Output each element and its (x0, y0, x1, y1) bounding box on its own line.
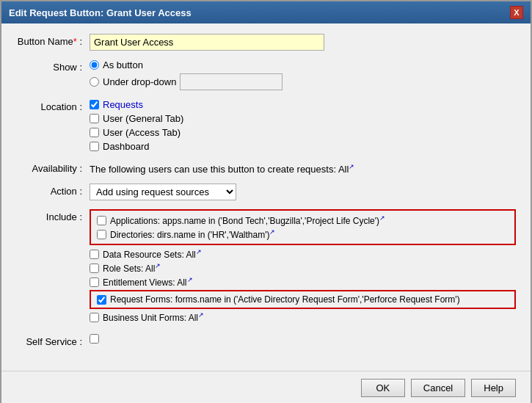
button-name-input-area (90, 34, 516, 51)
location-dashboard-checkbox[interactable] (90, 142, 99, 151)
location-label: Location : (16, 99, 90, 112)
location-dashboard-row: Dashboard (90, 141, 516, 152)
include-directories-row: Directories: dirs.name in ('HR','Waltham… (97, 228, 509, 240)
location-general-tab-checkbox[interactable] (90, 114, 99, 123)
include-role-sets-row: Role Sets: All↗ (90, 262, 516, 274)
show-as-button-radio[interactable] (90, 60, 99, 70)
location-requests-checkbox[interactable] (90, 100, 99, 109)
include-request-forms-checkbox[interactable] (97, 295, 106, 305)
include-applications-row: Applications: apps.name in ('Bond Tech',… (97, 214, 509, 226)
include-entitlement-views-checkbox[interactable] (90, 277, 99, 287)
show-under-dropdown-label: Under drop-down (103, 76, 176, 87)
show-under-dropdown-radio[interactable] (90, 77, 99, 87)
help-button[interactable]: Help (471, 379, 516, 397)
applications-link-icon[interactable]: ↗ (379, 214, 385, 222)
include-directories-label: Directories: dirs.name in ('HR','Waltham… (110, 228, 275, 240)
availability-row: Availability : The following users can u… (16, 161, 516, 175)
edit-request-button-dialog: Edit Request Button: Grant User Access X… (0, 0, 532, 403)
action-label: Action : (16, 184, 90, 197)
self-service-row: Self Service : (16, 334, 516, 347)
include-directories-checkbox[interactable] (97, 230, 106, 239)
include-entitlement-views-row: Entitlement Views: All↗ (90, 276, 516, 288)
location-general-tab-label: User (General Tab) (103, 113, 183, 124)
self-service-control-area (90, 334, 516, 346)
include-request-forms-label: Request Forms: forms.name in ('Active Di… (110, 294, 460, 305)
dialog-titlebar: Edit Request Button: Grant User Access X (1, 1, 531, 23)
location-access-tab-label: User (Access Tab) (103, 127, 181, 138)
action-control-area: Add using request sources (90, 184, 516, 200)
include-business-unit-checkbox[interactable] (90, 313, 99, 322)
location-general-tab-row: User (General Tab) (90, 113, 516, 124)
include-row: Include : Applications: apps.name in ('B… (16, 209, 516, 325)
show-radio-group: As button Under drop-down (90, 59, 516, 90)
button-name-label: Button Name* : (16, 34, 90, 47)
self-service-label: Self Service : (16, 334, 90, 347)
include-control-area: Applications: apps.name in ('Bond Tech',… (90, 209, 516, 325)
include-entitlement-views-label: Entitlement Views: All↗ (103, 276, 193, 288)
dialog-title: Edit Request Button: Grant User Access (9, 7, 192, 18)
location-access-tab-row: User (Access Tab) (90, 127, 516, 138)
show-row: Show : As button Under drop-down (16, 59, 516, 90)
include-business-unit-label: Business Unit Forms: All↗ (103, 311, 204, 323)
location-access-tab-checkbox[interactable] (90, 128, 99, 137)
location-dashboard-label: Dashboard (103, 141, 150, 152)
availability-link-icon[interactable]: ↗ (349, 163, 354, 170)
include-applications-label: Applications: apps.name in ('Bond Tech',… (110, 214, 385, 226)
location-requests-label: Requests (103, 99, 143, 110)
business-unit-link-icon[interactable]: ↗ (198, 311, 204, 319)
location-row: Location : Requests User (General Tab) U… (16, 99, 516, 152)
role-sets-link-icon[interactable]: ↗ (155, 262, 161, 269)
include-request-forms-section: Request Forms: forms.name in ('Active Di… (90, 290, 516, 309)
include-role-sets-checkbox[interactable] (90, 264, 99, 273)
show-as-button-row: As button (90, 59, 516, 70)
include-role-sets-label: Role Sets: All↗ (103, 262, 161, 274)
ok-button[interactable]: OK (361, 379, 405, 397)
show-as-button-label: As button (103, 59, 143, 70)
include-business-unit-row: Business Unit Forms: All↗ (90, 311, 516, 323)
entitlement-views-link-icon[interactable]: ↗ (187, 276, 193, 283)
include-data-resource-row: Data Resource Sets: All↗ (90, 248, 516, 260)
include-data-resource-checkbox[interactable] (90, 250, 99, 259)
availability-label: Availability : (16, 161, 90, 174)
show-control-area: As button Under drop-down (90, 59, 516, 90)
show-under-dropdown-row: Under drop-down (90, 73, 516, 90)
action-select[interactable]: Add using request sources (90, 184, 236, 200)
button-name-input[interactable] (90, 34, 324, 51)
dropdown-label-input[interactable] (180, 73, 283, 90)
show-label: Show : (16, 59, 90, 73)
include-data-resource-label: Data Resource Sets: All↗ (103, 248, 202, 260)
location-checkbox-group: Requests User (General Tab) User (Access… (90, 99, 516, 152)
include-label: Include : (16, 209, 90, 222)
close-button[interactable]: X (510, 6, 523, 19)
self-service-checkbox[interactable] (90, 334, 99, 344)
button-name-row: Button Name* : (16, 34, 516, 51)
cancel-button[interactable]: Cancel (411, 379, 465, 397)
directories-link-icon[interactable]: ↗ (269, 228, 275, 236)
location-requests-row: Requests (90, 99, 516, 110)
include-boxed-section: Applications: apps.name in ('Bond Tech',… (90, 209, 516, 245)
dialog-footer: OK Cancel Help (1, 371, 531, 403)
required-marker: * (73, 36, 77, 47)
location-control-area: Requests User (General Tab) User (Access… (90, 99, 516, 152)
include-applications-checkbox[interactable] (97, 216, 106, 225)
dialog-body: Button Name* : Show : As button U (1, 23, 531, 363)
availability-text: The following users can use this button … (90, 161, 516, 175)
data-resource-link-icon[interactable]: ↗ (196, 248, 202, 255)
action-row: Action : Add using request sources (16, 184, 516, 200)
